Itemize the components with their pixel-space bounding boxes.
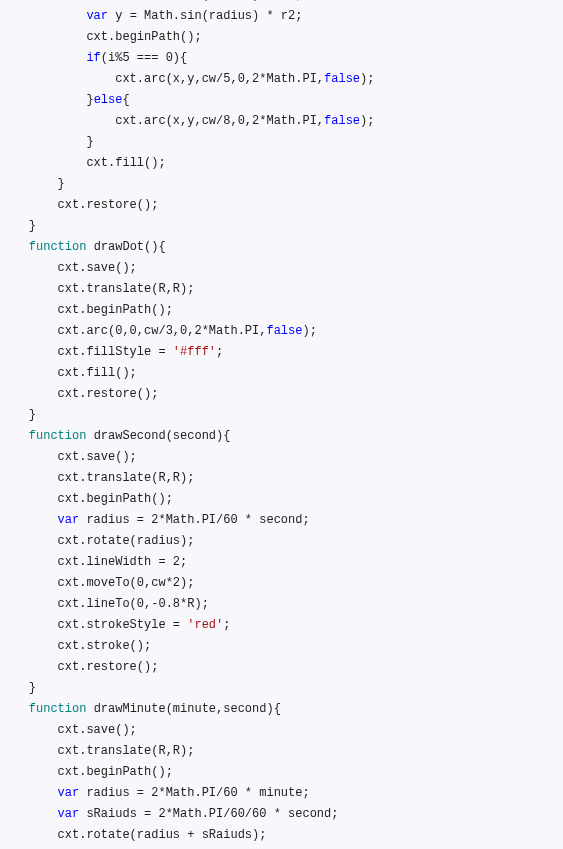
code-token: cxt.lineWidth = 2; bbox=[58, 555, 188, 569]
code-token: cxt.arc(0,0,cw/3,0,2*Math.PI, bbox=[58, 324, 267, 338]
code-token: } bbox=[29, 408, 36, 422]
code-token: (i%5 === 0){ bbox=[101, 51, 187, 65]
code-line: var sRaiuds = 2*Math.PI/60/60 * second; bbox=[0, 804, 563, 825]
code-token: 'red' bbox=[187, 618, 223, 632]
code-line: } bbox=[0, 678, 563, 699]
code-line: var y = Math.sin(radius) * r2; bbox=[0, 6, 563, 27]
code-line: cxt.stroke(); bbox=[0, 636, 563, 657]
code-line: if(i%5 === 0){ bbox=[0, 48, 563, 69]
code-line: cxt.translate(R,R); bbox=[0, 468, 563, 489]
code-line: cxt.beginPath(); bbox=[0, 300, 563, 321]
code-token: false bbox=[266, 324, 302, 338]
code-line: cxt.restore(); bbox=[0, 384, 563, 405]
code-line: } bbox=[0, 174, 563, 195]
code-token: cxt.beginPath(); bbox=[58, 303, 173, 317]
code-line: cxt.restore(); bbox=[0, 195, 563, 216]
code-token: cxt.restore(); bbox=[58, 198, 159, 212]
code-line: cxt.fillStyle = '#fff'; bbox=[0, 342, 563, 363]
code-line: cxt.rotate(radius + sRaiuds); bbox=[0, 825, 563, 846]
code-token: drawSecond(second){ bbox=[94, 429, 231, 443]
code-token: function bbox=[29, 429, 94, 443]
code-token: } bbox=[29, 681, 36, 695]
code-token: cxt.arc(x,y,cw/5,0,2*Math.PI, bbox=[115, 72, 324, 86]
code-token: cxt.translate(R,R); bbox=[58, 471, 195, 485]
code-line: cxt.beginPath(); bbox=[0, 27, 563, 48]
code-token: } bbox=[29, 219, 36, 233]
code-line: cxt.arc(x,y,cw/8,0,2*Math.PI,false); bbox=[0, 111, 563, 132]
code-token: cxt.moveTo(0,cw*2); bbox=[58, 576, 195, 590]
code-token: function bbox=[29, 240, 94, 254]
code-token: x = Math.cos(radius) * r2; bbox=[115, 0, 302, 2]
code-token: cxt.rotate(radius); bbox=[58, 534, 195, 548]
code-token: cxt.lineTo(0,-0.8*R); bbox=[58, 597, 209, 611]
code-line: var radius = 2*Math.PI/60 * second; bbox=[0, 510, 563, 531]
code-token: else bbox=[94, 93, 123, 107]
code-token: cxt.beginPath(); bbox=[58, 492, 173, 506]
code-token: cxt.translate(R,R); bbox=[58, 744, 195, 758]
code-token: false bbox=[324, 114, 360, 128]
code-token: function bbox=[29, 702, 94, 716]
code-line: function drawMinute(minute,second){ bbox=[0, 699, 563, 720]
code-token: ); bbox=[360, 72, 374, 86]
code-line: } bbox=[0, 405, 563, 426]
code-token: cxt.translate(R,R); bbox=[58, 282, 195, 296]
code-line: cxt.translate(R,R); bbox=[0, 279, 563, 300]
code-token: ; bbox=[216, 345, 223, 359]
code-token: cxt.save(); bbox=[58, 723, 137, 737]
code-token: cxt.beginPath(); bbox=[58, 765, 173, 779]
code-line: cxt.arc(x,y,cw/5,0,2*Math.PI,false); bbox=[0, 69, 563, 90]
code-token: ); bbox=[360, 114, 374, 128]
code-token: var bbox=[86, 9, 115, 23]
code-token: ; bbox=[223, 618, 230, 632]
code-token: cxt.fill(); bbox=[86, 156, 165, 170]
code-line: cxt.save(); bbox=[0, 720, 563, 741]
code-line: cxt.strokeStyle = 'red'; bbox=[0, 615, 563, 636]
code-token: cxt.fill(); bbox=[58, 366, 137, 380]
code-line: cxt.save(); bbox=[0, 447, 563, 468]
code-token: cxt.restore(); bbox=[58, 660, 159, 674]
code-token: drawDot(){ bbox=[94, 240, 166, 254]
code-token: '#fff' bbox=[173, 345, 216, 359]
code-token: drawMinute(minute,second){ bbox=[94, 702, 281, 716]
code-line: cxt.beginPath(); bbox=[0, 489, 563, 510]
code-line: } bbox=[0, 216, 563, 237]
code-line: cxt.save(); bbox=[0, 258, 563, 279]
code-token: cxt.strokeStyle = bbox=[58, 618, 188, 632]
code-token: var bbox=[58, 807, 87, 821]
code-line: function drawDot(){ bbox=[0, 237, 563, 258]
code-token: sRaiuds = 2*Math.PI/60/60 * second; bbox=[86, 807, 338, 821]
code-token: var bbox=[86, 0, 115, 2]
code-token: radius = 2*Math.PI/60 * minute; bbox=[86, 786, 309, 800]
code-line: cxt.rotate(radius); bbox=[0, 531, 563, 552]
code-line: cxt.fill(); bbox=[0, 153, 563, 174]
code-line: var radius = 2*Math.PI/60 * minute; bbox=[0, 783, 563, 804]
code-token: cxt.save(); bbox=[58, 261, 137, 275]
code-line: } bbox=[0, 132, 563, 153]
code-token: { bbox=[122, 93, 129, 107]
code-token: cxt.restore(); bbox=[58, 387, 159, 401]
code-token: var bbox=[58, 513, 87, 527]
code-token: } bbox=[86, 93, 93, 107]
code-line: function drawSecond(second){ bbox=[0, 426, 563, 447]
code-token: cxt.rotate(radius + sRaiuds); bbox=[58, 828, 267, 842]
code-token: cxt.save(); bbox=[58, 450, 137, 464]
code-token: if bbox=[86, 51, 100, 65]
code-line: cxt.translate(R,R); bbox=[0, 741, 563, 762]
code-line: cxt.lineTo(0,-0.8*R); bbox=[0, 594, 563, 615]
code-token: cxt.stroke(); bbox=[58, 639, 152, 653]
code-token: var bbox=[58, 786, 87, 800]
code-line: cxt.restore(); bbox=[0, 657, 563, 678]
code-block: var x = Math.cos(radius) * r2; var y = M… bbox=[0, 0, 563, 846]
code-line: cxt.arc(0,0,cw/3,0,2*Math.PI,false); bbox=[0, 321, 563, 342]
code-token: } bbox=[58, 177, 65, 191]
code-token: false bbox=[324, 72, 360, 86]
code-token: cxt.fillStyle = bbox=[58, 345, 173, 359]
code-line: cxt.fill(); bbox=[0, 363, 563, 384]
code-line: cxt.beginPath(); bbox=[0, 762, 563, 783]
code-line: }else{ bbox=[0, 90, 563, 111]
code-token: radius = 2*Math.PI/60 * second; bbox=[86, 513, 309, 527]
code-line: cxt.moveTo(0,cw*2); bbox=[0, 573, 563, 594]
code-token: } bbox=[86, 135, 93, 149]
code-line: cxt.lineWidth = 2; bbox=[0, 552, 563, 573]
code-token: y = Math.sin(radius) * r2; bbox=[115, 9, 302, 23]
